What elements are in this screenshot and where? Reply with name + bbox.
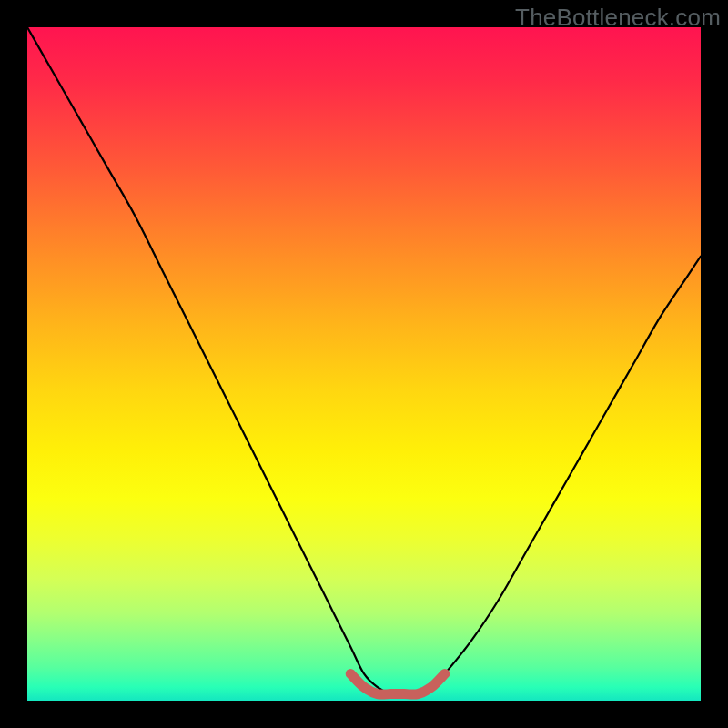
plot-area xyxy=(27,27,701,701)
curve-svg xyxy=(27,27,701,701)
bottleneck-curve-path xyxy=(27,27,701,694)
optimal-band-path xyxy=(350,673,445,694)
chart-frame: TheBottleneck.com xyxy=(0,0,728,728)
